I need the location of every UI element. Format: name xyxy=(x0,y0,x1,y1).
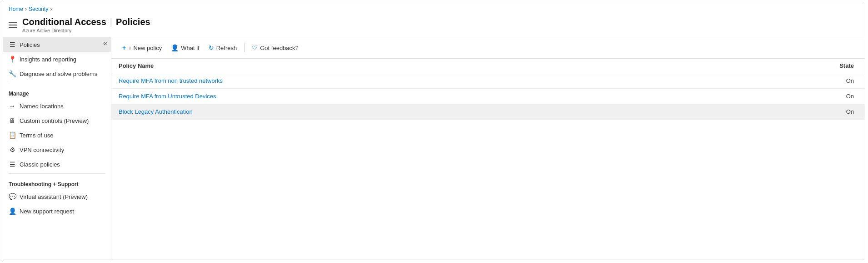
feedback-icon: ♡ xyxy=(252,44,258,51)
sidebar-item-insights[interactable]: 📍 Insights and reporting xyxy=(3,52,111,66)
table-header-row: Policy Name State xyxy=(111,59,865,73)
refresh-icon: ↻ xyxy=(209,44,214,51)
title-policies: Policies xyxy=(116,17,150,27)
feedback-button[interactable]: ♡ Got feedback? xyxy=(248,42,302,54)
new-policy-label: + New policy xyxy=(128,45,162,51)
vpn-icon: ⚙ xyxy=(9,146,16,153)
policy-link[interactable]: Require MFA from non trusted networks xyxy=(119,77,223,84)
policy-state-cell: On xyxy=(702,73,865,89)
sidebar-label-classic: Classic policies xyxy=(20,161,60,168)
sidebar-item-custom-controls[interactable]: 🖥 Custom controls (Preview) xyxy=(3,113,111,128)
sidebar-label-new-support: New support request xyxy=(20,208,74,215)
manage-section-label: Manage xyxy=(3,85,111,99)
sidebar-label-named-locations: Named locations xyxy=(20,103,64,110)
troubleshoot-section-label: Troubleshooting + Support xyxy=(3,176,111,189)
sidebar-divider-2 xyxy=(9,173,105,174)
policies-icon: ☰ xyxy=(9,41,16,48)
body-layout: « ☰ Policies 📍 Insights and reporting 🔧 … xyxy=(3,37,865,259)
col-policy-name: Policy Name xyxy=(111,59,702,73)
page-title: Conditional Access | Policies xyxy=(22,17,150,27)
terms-icon: 📋 xyxy=(9,132,16,139)
sidebar-label-policies: Policies xyxy=(20,41,40,48)
sidebar-collapse-button[interactable]: « xyxy=(103,39,107,47)
menu-icon xyxy=(9,22,17,28)
sidebar-label-terms: Terms of use xyxy=(20,132,53,139)
page-header: Conditional Access | Policies Azure Acti… xyxy=(3,15,865,37)
policy-table: Policy Name State Require MFA from non t… xyxy=(111,59,865,120)
sidebar-label-vpn: VPN connectivity xyxy=(20,147,64,153)
app-container: Home › Security › Conditional Access | P… xyxy=(3,3,865,259)
new-policy-button[interactable]: + + New policy xyxy=(119,42,165,54)
sidebar-item-policies[interactable]: ☰ Policies xyxy=(3,37,111,52)
breadcrumb-home[interactable]: Home xyxy=(9,6,23,12)
policy-name-cell: Require MFA from non trusted networks xyxy=(111,73,702,89)
main-content: + + New policy 👤 What if ↻ Refresh ♡ Got… xyxy=(111,37,865,259)
title-conditional-access: Conditional Access xyxy=(22,17,106,27)
header-text-block: Conditional Access | Policies Azure Acti… xyxy=(22,17,150,33)
feedback-label: Got feedback? xyxy=(260,45,299,51)
sidebar-label-custom-controls: Custom controls (Preview) xyxy=(20,117,89,124)
what-if-label: What if xyxy=(181,45,199,51)
table-row: Require MFA from non trusted networksOn xyxy=(111,73,865,89)
breadcrumb-sep1: › xyxy=(25,6,27,12)
what-if-button[interactable]: 👤 What if xyxy=(167,42,203,54)
new-support-icon: 👤 xyxy=(9,207,16,215)
sidebar: « ☰ Policies 📍 Insights and reporting 🔧 … xyxy=(3,37,111,259)
virtual-assistant-icon: 💬 xyxy=(9,193,16,200)
what-if-icon: 👤 xyxy=(171,44,179,51)
classic-policies-icon: ☰ xyxy=(9,161,16,168)
named-locations-icon: ↔ xyxy=(9,102,16,110)
toolbar: + + New policy 👤 What if ↻ Refresh ♡ Got… xyxy=(111,37,865,59)
breadcrumb-security[interactable]: Security xyxy=(29,6,48,12)
col-state: State xyxy=(702,59,865,73)
sidebar-item-classic-policies[interactable]: ☰ Classic policies xyxy=(3,157,111,172)
policy-state-cell: On xyxy=(702,89,865,104)
policy-link[interactable]: Block Legacy Authentication xyxy=(119,108,193,115)
page-subtitle: Azure Active Directory xyxy=(22,28,150,33)
breadcrumb: Home › Security › xyxy=(3,3,865,15)
policy-link[interactable]: Require MFA from Untrusted Devices xyxy=(119,93,216,100)
table-row: Require MFA from Untrusted DevicesOn xyxy=(111,89,865,104)
sidebar-item-named-locations[interactable]: ↔ Named locations xyxy=(3,99,111,113)
sidebar-label-virtual-assistant: Virtual assistant (Preview) xyxy=(20,193,88,200)
policy-name-cell: Require MFA from Untrusted Devices xyxy=(111,89,702,104)
custom-controls-icon: 🖥 xyxy=(9,117,16,124)
policy-name-cell: Block Legacy Authentication xyxy=(111,104,702,120)
sidebar-label-diagnose: Diagnose and solve problems xyxy=(20,71,97,77)
sidebar-item-diagnose[interactable]: 🔧 Diagnose and solve problems xyxy=(3,66,111,81)
sidebar-item-virtual-assistant[interactable]: 💬 Virtual assistant (Preview) xyxy=(3,189,111,204)
new-policy-icon: + xyxy=(122,44,126,51)
breadcrumb-sep2: › xyxy=(50,6,52,12)
sidebar-divider-1 xyxy=(9,83,105,83)
sidebar-item-terms-of-use[interactable]: 📋 Terms of use xyxy=(3,128,111,142)
policy-state-cell: On xyxy=(702,104,865,120)
toolbar-separator xyxy=(244,43,244,52)
sidebar-label-insights: Insights and reporting xyxy=(20,56,76,63)
insights-icon: 📍 xyxy=(9,56,16,63)
refresh-button[interactable]: ↻ Refresh xyxy=(205,42,241,54)
diagnose-icon: 🔧 xyxy=(9,70,16,77)
refresh-label: Refresh xyxy=(216,45,237,51)
sidebar-item-new-support[interactable]: 👤 New support request xyxy=(3,204,111,218)
table-row: Block Legacy AuthenticationOn xyxy=(111,104,865,120)
title-separator: | xyxy=(110,17,112,27)
sidebar-item-vpn[interactable]: ⚙ VPN connectivity xyxy=(3,142,111,157)
